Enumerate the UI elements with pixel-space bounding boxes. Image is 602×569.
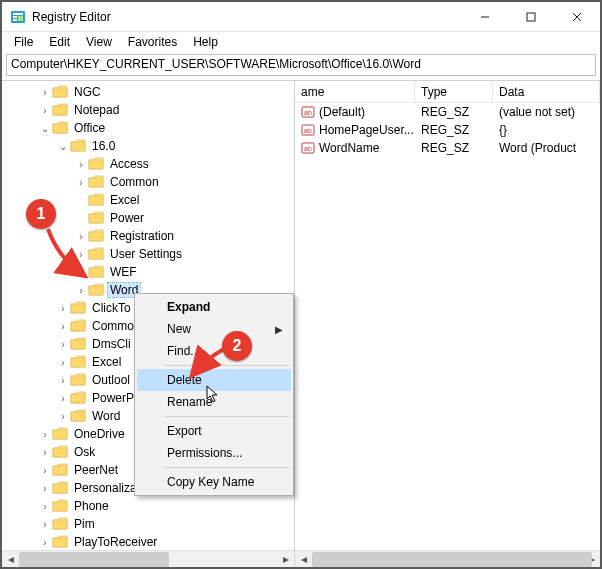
tree-expand-toggle[interactable]: › bbox=[38, 533, 52, 550]
tree-item[interactable]: ›Phone bbox=[2, 497, 294, 515]
folder-icon bbox=[52, 445, 68, 459]
tree-expand-toggle[interactable]: › bbox=[38, 497, 52, 515]
tree-expand-toggle[interactable]: › bbox=[74, 155, 88, 173]
value-data: (value not set) bbox=[499, 105, 575, 119]
context-menu-item[interactable]: Permissions... bbox=[137, 442, 291, 464]
scroll-left-button[interactable]: ◂ bbox=[2, 551, 19, 568]
value-name: HomePageUser... bbox=[319, 123, 414, 137]
tree-item-label: 16.0 bbox=[90, 139, 117, 153]
scroll-right-button[interactable]: ▸ bbox=[277, 551, 294, 568]
tree-expand-toggle[interactable]: › bbox=[56, 299, 70, 317]
context-menu-item[interactable]: New▶ bbox=[137, 318, 291, 340]
scroll-thumb[interactable] bbox=[312, 552, 592, 567]
value-row[interactable]: abWordNameREG_SZWord (Product bbox=[295, 139, 600, 157]
tree-expand-toggle[interactable]: › bbox=[74, 173, 88, 191]
menu-favorites[interactable]: Favorites bbox=[120, 33, 185, 51]
tree-expand-toggle[interactable]: › bbox=[38, 479, 52, 497]
scroll-track[interactable] bbox=[19, 551, 277, 568]
svg-text:ab: ab bbox=[304, 127, 312, 134]
values-body[interactable]: ab(Default)REG_SZ(value not set)abHomePa… bbox=[295, 103, 600, 550]
tree-item[interactable]: ›PlayToReceiver bbox=[2, 533, 294, 550]
menu-view[interactable]: View bbox=[78, 33, 120, 51]
folder-icon bbox=[52, 463, 68, 477]
svg-rect-6 bbox=[527, 13, 535, 21]
folder-icon bbox=[88, 193, 104, 207]
tree-expand-toggle[interactable]: › bbox=[38, 83, 52, 101]
tree-expand-toggle[interactable]: › bbox=[38, 461, 52, 479]
minimize-button[interactable] bbox=[462, 2, 508, 32]
context-menu-label: Permissions... bbox=[167, 446, 242, 460]
context-menu-label: New bbox=[167, 322, 191, 336]
column-type[interactable]: Type bbox=[415, 82, 493, 102]
tree-expand-toggle[interactable]: › bbox=[38, 101, 52, 119]
close-button[interactable] bbox=[554, 2, 600, 32]
tree-item-label: PowerP bbox=[90, 391, 136, 405]
value-row[interactable]: abHomePageUser...REG_SZ{} bbox=[295, 121, 600, 139]
folder-icon bbox=[70, 391, 86, 405]
folder-icon bbox=[52, 121, 68, 135]
tree-item-label: WEF bbox=[108, 265, 139, 279]
value-data: {} bbox=[499, 123, 507, 137]
menu-help[interactable]: Help bbox=[185, 33, 226, 51]
tree-item[interactable]: ›NGC bbox=[2, 83, 294, 101]
value-type: REG_SZ bbox=[421, 141, 469, 155]
tree-item[interactable]: ⌄Office bbox=[2, 119, 294, 137]
tree-item-label: Outlool bbox=[90, 373, 132, 387]
folder-icon bbox=[70, 409, 86, 423]
tree-item[interactable]: ⌄16.0 bbox=[2, 137, 294, 155]
menu-file[interactable]: File bbox=[6, 33, 41, 51]
context-menu-item[interactable]: Copy Key Name bbox=[137, 471, 291, 493]
scroll-thumb[interactable] bbox=[19, 552, 169, 567]
tree-item[interactable]: ›Notepad bbox=[2, 101, 294, 119]
tree-expand-toggle[interactable]: › bbox=[38, 515, 52, 533]
context-menu-item[interactable]: Export bbox=[137, 420, 291, 442]
tree-item-label: Power bbox=[108, 211, 146, 225]
tree-expand-toggle[interactable]: ⌄ bbox=[38, 119, 52, 137]
column-name[interactable]: ame bbox=[295, 82, 415, 102]
tree-item-label: User Settings bbox=[108, 247, 184, 261]
tree-item-label: PeerNet bbox=[72, 463, 120, 477]
value-row[interactable]: ab(Default)REG_SZ(value not set) bbox=[295, 103, 600, 121]
tree-expand-toggle[interactable]: › bbox=[56, 389, 70, 407]
folder-icon bbox=[52, 535, 68, 549]
folder-icon bbox=[70, 373, 86, 387]
annotation-badge-2-label: 2 bbox=[233, 337, 242, 355]
value-data: Word (Product bbox=[499, 141, 576, 155]
tree-expand-toggle[interactable]: › bbox=[56, 407, 70, 425]
tree-expand-toggle[interactable]: › bbox=[38, 425, 52, 443]
tree-item[interactable]: ›Pim bbox=[2, 515, 294, 533]
app-icon bbox=[10, 9, 26, 25]
values-hscrollbar[interactable]: ◂ ▸ bbox=[295, 550, 600, 567]
tree-item-label: Excel bbox=[108, 193, 141, 207]
tree-item[interactable]: ›Access bbox=[2, 155, 294, 173]
scroll-track[interactable] bbox=[312, 551, 583, 568]
value-name: WordName bbox=[319, 141, 379, 155]
tree-expand-toggle[interactable]: ⌄ bbox=[56, 137, 70, 155]
string-value-icon: ab bbox=[301, 123, 315, 137]
main-area: ›NGC›Notepad⌄Office⌄16.0›Access›CommonEx… bbox=[2, 80, 600, 567]
window-title: Registry Editor bbox=[32, 10, 111, 24]
tree-item-label: Word bbox=[90, 409, 122, 423]
tree-expand-toggle[interactable]: › bbox=[56, 335, 70, 353]
context-menu-item[interactable]: Expand bbox=[137, 296, 291, 318]
context-menu-separator bbox=[165, 467, 289, 468]
folder-icon bbox=[52, 517, 68, 531]
annotation-badge-1: 1 bbox=[26, 199, 56, 229]
svg-text:ab: ab bbox=[304, 109, 312, 116]
tree-expand-toggle[interactable]: › bbox=[38, 443, 52, 461]
values-panel: ame Type Data ab(Default)REG_SZ(value no… bbox=[295, 81, 600, 567]
context-menu-label: Copy Key Name bbox=[167, 475, 254, 489]
menu-edit[interactable]: Edit bbox=[41, 33, 78, 51]
address-bar[interactable]: Computer\HKEY_CURRENT_USER\SOFTWARE\Micr… bbox=[6, 54, 596, 76]
values-header: ame Type Data bbox=[295, 81, 600, 103]
scroll-left-button[interactable]: ◂ bbox=[295, 551, 312, 568]
value-type: REG_SZ bbox=[421, 105, 469, 119]
context-menu-label: Expand bbox=[167, 300, 210, 314]
tree-expand-toggle[interactable]: › bbox=[56, 353, 70, 371]
tree-item[interactable]: ›Common bbox=[2, 173, 294, 191]
tree-hscrollbar[interactable]: ◂ ▸ bbox=[2, 550, 294, 567]
tree-expand-toggle[interactable]: › bbox=[56, 371, 70, 389]
tree-expand-toggle[interactable]: › bbox=[56, 317, 70, 335]
maximize-button[interactable] bbox=[508, 2, 554, 32]
column-data[interactable]: Data bbox=[493, 82, 600, 102]
